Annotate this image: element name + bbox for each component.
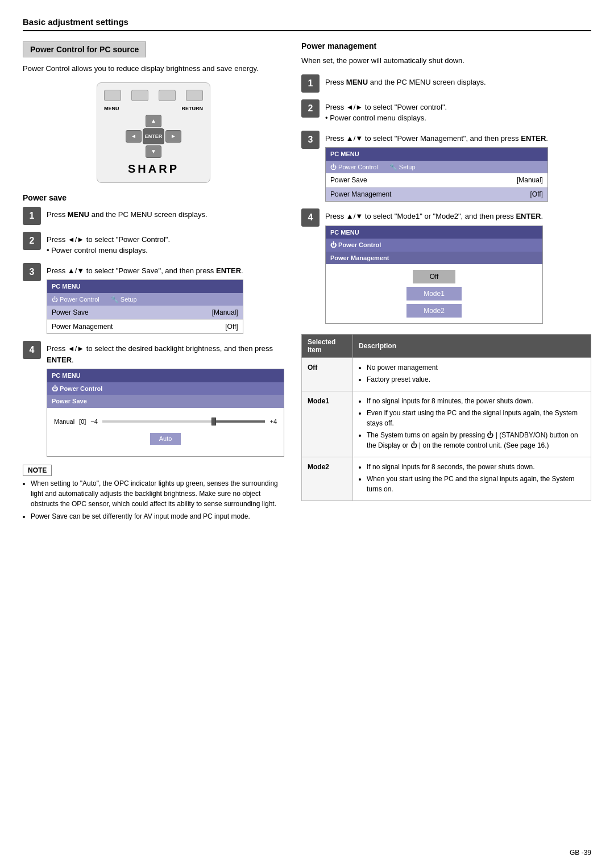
desc-off: No power management Factory preset value… <box>353 358 591 391</box>
right-step-number-2: 2 <box>301 99 320 118</box>
power-mgmt-label-1: Power Management <box>52 322 113 332</box>
power-mgmt-intro: When set, the power will automatically s… <box>301 55 591 66</box>
table-row-mode1: Mode1 If no signal inputs for 8 minutes,… <box>302 391 591 457</box>
remote-btn-eye <box>104 90 121 101</box>
mode1-bullet-1: If no signal inputs for 8 minutes, the p… <box>367 396 585 406</box>
ps-auto-btn[interactable]: Auto <box>150 433 181 445</box>
dpad-top-row: ▲ <box>146 115 161 127</box>
table-header-item: Selected item <box>302 335 353 358</box>
note-item-2: Power Save can be set differently for AV… <box>31 511 284 521</box>
menu-row-power-save-2: Power Save [Manual] <box>326 173 547 187</box>
power-save-label-2: Power Save <box>330 175 367 185</box>
setup-icon-1: 🔧 <box>111 296 119 303</box>
ps-min: −4 <box>90 417 98 427</box>
desc-mode2: If no signal inputs for 8 seconds, the p… <box>353 457 591 501</box>
ps-sub2: Power Save <box>47 395 284 408</box>
mode-2-btn[interactable]: Mode2 <box>406 304 462 318</box>
menu-row-power-mgmt-2: Power Management [Off] <box>326 187 547 201</box>
step-number-4: 4 <box>23 341 41 359</box>
tab-setup-1: 🔧 Setup <box>111 295 137 304</box>
item-mode2: Mode2 <box>302 457 353 501</box>
mode-sub2: Power Management <box>326 252 542 265</box>
right-step-3: 3 Press ▲/▼ to select "Power Management"… <box>301 131 591 202</box>
table-row-mode2: Mode2 If no signal inputs for 8 seconds,… <box>302 457 591 501</box>
return-label: RETURN <box>182 106 204 111</box>
table-header-desc: Description <box>353 335 591 358</box>
menu-label: MENU <box>104 106 119 111</box>
left-step-1: 1 Press MENU and the PC MENU screen disp… <box>23 207 284 225</box>
note-block: NOTE <box>23 465 284 478</box>
left-column: Power Control for PC source Power Contro… <box>23 41 284 524</box>
right-step-1-text: Press MENU and the PC MENU screen displa… <box>325 74 486 88</box>
power-save-label-1: Power Save <box>52 307 89 318</box>
pc-menu-tabs-1: ⏻ Power Control 🔧 Setup <box>47 293 243 306</box>
ps-max: +4 <box>269 417 277 427</box>
ps-slider-row: Manual [0] −4 +4 <box>54 417 277 427</box>
table-row-off: Off No power management Factory preset v… <box>302 358 591 391</box>
page-number: GB -39 <box>570 849 591 857</box>
right-step-3-text: Press ▲/▼ to select "Power Management", … <box>325 131 548 202</box>
right-step-number-3: 3 <box>301 131 320 149</box>
mode-content: Off Mode1 Mode2 <box>326 264 542 323</box>
section-box-title: Power Control for PC source <box>23 41 146 57</box>
dpad-bottom-row: ▼ <box>146 145 161 158</box>
mode1-bullet-3: The System turns on again by pressing ⏻ … <box>367 430 585 450</box>
left-step-3: 3 Press ▲/▼ to select "Power Save", and … <box>23 263 284 335</box>
mode-1-btn[interactable]: Mode1 <box>406 287 462 301</box>
tab-power-control-2: ⏻ Power Control <box>330 162 378 172</box>
mode2-bullet-1: If no signal inputs for 8 seconds, the p… <box>367 462 585 472</box>
right-column: Power management When set, the power wil… <box>301 41 591 524</box>
step-4-text: Press ◄/► to select the desired backligh… <box>47 341 284 457</box>
remote-btn-i <box>159 90 176 101</box>
dpad-left: ◄ <box>126 130 142 143</box>
ps-header: PC MENU <box>47 369 284 382</box>
step-3-text: Press ▲/▼ to select "Power Save", and th… <box>47 263 243 335</box>
note-list: When setting to "Auto", the OPC indicato… <box>23 478 284 521</box>
power-save-value-1: [Manual] <box>212 307 238 318</box>
power-save-value-2: [Manual] <box>517 175 543 185</box>
ps-slider-track[interactable] <box>102 420 265 423</box>
step-number-3: 3 <box>23 263 41 281</box>
pc-menu-tabs-2: ⏻ Power Control 🔧 Setup <box>326 161 547 174</box>
ps-value: [0] <box>79 417 86 427</box>
note-item-1: When setting to "Auto", the OPC indicato… <box>31 478 284 509</box>
mode-off-btn[interactable]: Off <box>413 270 456 283</box>
tab-setup-2: 🔧 Setup <box>389 162 416 172</box>
power-management-subtitle: Power management <box>301 41 591 51</box>
pc-menu-box-1: PC MENU ⏻ Power Control 🔧 Setup Power Sa… <box>47 279 243 334</box>
power-icon-1: ⏻ <box>52 296 58 303</box>
mode-subheader: ⏻ Power Control <box>326 239 542 252</box>
off-bullet-2: Factory preset value. <box>367 374 585 385</box>
power-save-subtitle: Power save <box>23 193 284 202</box>
remote-btn-q <box>131 90 148 101</box>
remote-labels-row: MENU RETURN <box>104 106 203 111</box>
power-mgmt-value-1: [Off] <box>225 322 238 332</box>
desc-mode1: If no signal inputs for 8 minutes, the p… <box>353 391 591 457</box>
step-number-2: 2 <box>23 232 41 250</box>
right-step-1: 1 Press MENU and the PC MENU screen disp… <box>301 74 591 93</box>
right-step-number-4: 4 <box>301 208 320 227</box>
intro-text: Power Control allows you to reduce displ… <box>23 63 284 74</box>
step-1-text: Press MENU and the PC MENU screen displa… <box>47 207 208 220</box>
step-2-text: Press ◄/► to select "Power Control". • P… <box>47 232 170 256</box>
left-step-4: 4 Press ◄/► to select the desired backli… <box>23 341 284 457</box>
right-step-2: 2 Press ◄/► to select "Power control". •… <box>301 99 591 124</box>
power-mgmt-value-2: [Off] <box>530 189 542 199</box>
item-off: Off <box>302 358 353 391</box>
off-bullet-1: No power management <box>367 362 585 373</box>
item-mode1: Mode1 <box>302 391 353 457</box>
remote-btn-rec <box>186 90 203 101</box>
power-mgmt-label-2: Power Management <box>330 189 391 199</box>
pc-menu-box-2: PC MENU ⏻ Power Control 🔧 Setup Power Sa… <box>325 147 548 202</box>
ps-content: Manual [0] −4 +4 Auto <box>47 408 284 456</box>
pc-menu-header-1: PC MENU <box>47 280 243 293</box>
dpad-middle-row: ◄ ENTER ► <box>126 128 181 144</box>
ps-slider-fill <box>216 420 265 423</box>
remote-top-row <box>104 90 203 101</box>
note-text: When setting to "Auto", the OPC indicato… <box>23 478 284 521</box>
power-management-section: Power management When set, the power wil… <box>301 41 591 324</box>
right-step-4: 4 Press ▲/▼ to select "Mode1" or "Mode2"… <box>301 208 591 324</box>
mode2-bullet-2: When you start using the PC and the sign… <box>367 474 585 494</box>
menu-row-power-save-1: Power Save [Manual] <box>47 306 243 320</box>
step-number-1: 1 <box>23 207 41 225</box>
